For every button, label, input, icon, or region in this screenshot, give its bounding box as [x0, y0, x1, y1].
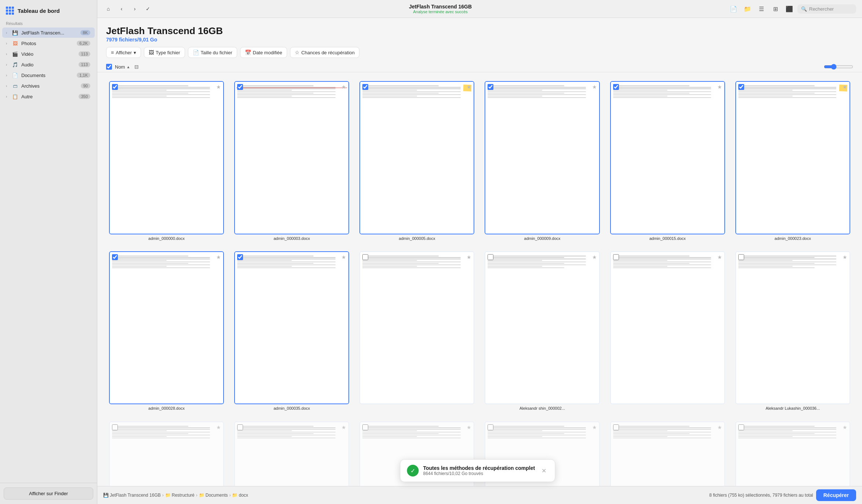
file-checkbox[interactable]	[738, 424, 744, 430]
home-button[interactable]: ⌂	[103, 4, 113, 14]
file-star[interactable]: ★	[717, 84, 722, 90]
list-view-button[interactable]: ☰	[756, 3, 767, 15]
file-star[interactable]: ★	[341, 254, 346, 260]
file-checkbox[interactable]	[362, 424, 368, 430]
sidebar-toggle-button[interactable]: ⬛	[783, 3, 795, 15]
file-checkbox[interactable]	[738, 254, 744, 260]
sidebar-item-archives[interactable]: › 🗃 Archives 90	[2, 81, 95, 91]
file-star[interactable]: ★	[216, 254, 221, 260]
sort-name-label[interactable]: Nom ▲	[115, 64, 130, 70]
file-item[interactable]: ★admin_000009.docx	[482, 78, 602, 244]
file-checkbox[interactable]	[112, 424, 118, 430]
file-star[interactable]: ★	[592, 424, 597, 430]
file-checkbox[interactable]	[488, 424, 493, 430]
sidebar-item-drive[interactable]: › 💾 JetFlash Transcen... 8K	[2, 28, 95, 38]
file-item[interactable]: ★	[607, 248, 728, 414]
type-fichier-button[interactable]: 🖼 Type fichier	[144, 47, 185, 58]
recover-button[interactable]: Récupérer	[816, 489, 856, 501]
file-item[interactable]: ★admin_000035.docx	[231, 248, 352, 414]
file-item[interactable]: ★admin_000000.docx	[106, 78, 227, 244]
date-modifiee-button[interactable]: 📅 Date modifiée	[240, 47, 287, 58]
sort-options-icon[interactable]: ⊟	[134, 64, 139, 70]
chances-button[interactable]: ☆ Chances de récupération	[290, 47, 359, 58]
file-star[interactable]: ★	[467, 424, 471, 430]
file-checkbox[interactable]	[237, 424, 243, 430]
file-star[interactable]: ★	[592, 254, 597, 260]
file-checkbox[interactable]	[488, 84, 493, 90]
file-star[interactable]: ★	[467, 254, 471, 260]
breadcrumb-docx[interactable]: 📁 docx	[232, 493, 248, 498]
file-star[interactable]: ★	[216, 84, 221, 90]
file-item[interactable]: ★↗admin_000028.docx	[106, 248, 227, 414]
sidebar-item-photos[interactable]: › 🖼 Photos 6,2K	[2, 38, 95, 48]
file-thumbnail-wrapper: ★	[610, 421, 725, 486]
file-star[interactable]: ★	[843, 424, 847, 430]
file-star[interactable]: ★	[717, 254, 722, 260]
file-star[interactable]: ★	[341, 424, 346, 430]
file-star[interactable]: ★	[843, 254, 847, 260]
select-all-checkbox[interactable]	[106, 64, 112, 70]
file-item[interactable]: ★↗admin_000003.docx	[231, 78, 352, 244]
file-item[interactable]: ★	[231, 419, 352, 486]
file-star[interactable]: ★	[843, 84, 847, 90]
breadcrumb-drive[interactable]: 💾 JetFlash Transcend 16GB	[103, 493, 161, 498]
sidebar-item-audio[interactable]: › 🎵 Audio 113	[2, 59, 95, 70]
show-finder-button[interactable]: Afficher sur Finder	[4, 487, 93, 500]
toast-success-icon: ✓	[407, 465, 419, 476]
sidebar-item-documents[interactable]: › 📄 Documents 1,1K	[2, 70, 95, 80]
back-button[interactable]: ‹	[116, 4, 127, 14]
toast-subtitle: 8644 fichiers/10,02 Go trouvés	[423, 471, 535, 476]
afficher-button[interactable]: ≡ Afficher ▾	[106, 47, 141, 58]
file-star[interactable]: ★	[216, 424, 221, 430]
file-star[interactable]: ★	[341, 84, 346, 90]
file-item[interactable]: ★admin_000005.docx	[356, 78, 477, 244]
file-checkbox[interactable]	[362, 84, 368, 90]
chevron-icon: ›	[6, 84, 11, 88]
photos-icon: 🖼	[11, 40, 19, 47]
chevron-icon: ›	[6, 41, 11, 45]
folder-icon-button[interactable]: 📁	[742, 3, 753, 15]
breadcrumb-restructure[interactable]: 📁 Restructuré	[165, 493, 195, 498]
file-checkbox[interactable]	[237, 84, 243, 90]
file-checkbox[interactable]	[362, 254, 368, 260]
dropdown-icon: ▾	[134, 50, 136, 55]
other-icon: 📋	[11, 93, 19, 100]
file-checkbox[interactable]	[112, 84, 118, 90]
folder-breadcrumb-icon: 📁	[165, 493, 171, 498]
file-item[interactable]: ★admin_000023.docx	[732, 78, 853, 244]
checkmark-button[interactable]: ✓	[143, 4, 153, 14]
file-item[interactable]: ★	[732, 419, 853, 486]
forward-button[interactable]: ›	[130, 4, 140, 14]
file-item[interactable]: ★	[106, 419, 227, 486]
file-item[interactable]: ★	[356, 248, 477, 414]
file-item[interactable]: ★admin_000015.docx	[607, 78, 728, 244]
file-name	[416, 406, 417, 411]
file-checkbox[interactable]	[112, 254, 118, 260]
breadcrumb-documents[interactable]: 📁 Documents	[199, 493, 228, 498]
file-checkbox[interactable]	[488, 254, 493, 260]
file-star[interactable]: ★	[467, 84, 471, 90]
file-checkbox[interactable]	[613, 424, 619, 430]
file-item[interactable]: ★Aleksandr Lukashin_000036...	[732, 248, 853, 414]
file-checkbox[interactable]	[613, 84, 619, 90]
search-box[interactable]: 🔍 Rechercher	[797, 4, 856, 14]
file-name: admin_000003.docx	[274, 236, 310, 241]
file-checkbox[interactable]	[237, 254, 243, 260]
file-checkbox[interactable]	[613, 254, 619, 260]
grid-view-button[interactable]: ⊞	[769, 3, 781, 15]
file-checkbox[interactable]	[738, 84, 744, 90]
sidebar-item-count: 6,2K	[77, 41, 90, 46]
file-item[interactable]: ★	[607, 419, 728, 486]
file-item[interactable]: ★Aleksandr shin_000002...	[482, 248, 602, 414]
sidebar-item-label: Autre	[21, 94, 77, 99]
zoom-slider[interactable]	[824, 64, 853, 70]
toast-close-button[interactable]: ✕	[539, 466, 548, 475]
sidebar-item-other[interactable]: › 📋 Autre 350	[2, 91, 95, 102]
documents-icon: 📄	[11, 72, 19, 78]
taille-fichier-button[interactable]: 📄 Taille du fichier	[188, 47, 237, 58]
file-star[interactable]: ★	[717, 424, 722, 430]
file-icon-button[interactable]: 📄	[728, 3, 739, 15]
sidebar-item-count: 113	[79, 62, 90, 67]
file-star[interactable]: ★	[592, 84, 597, 90]
sidebar-item-video[interactable]: › 🎬 Vidéo 113	[2, 49, 95, 59]
